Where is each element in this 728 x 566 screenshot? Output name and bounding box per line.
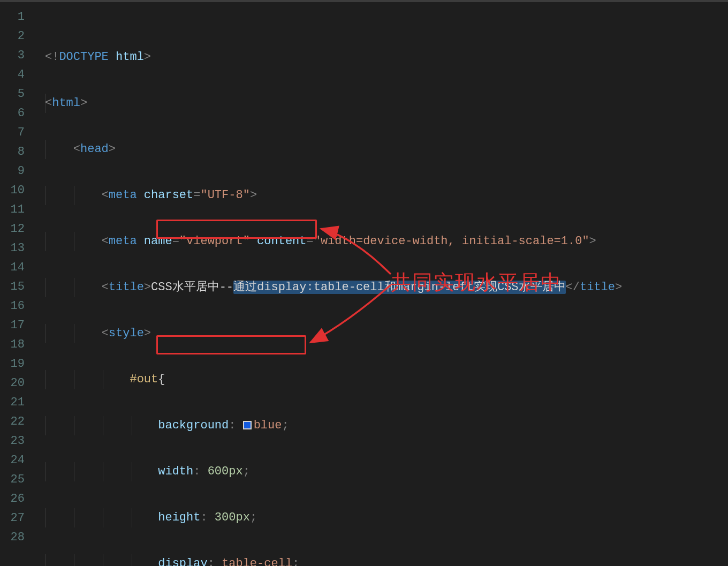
tag-head-open: head [80, 142, 109, 156]
line-number: 21 [0, 393, 32, 412]
line-number: 19 [0, 354, 32, 374]
line-number: 10 [0, 181, 32, 200]
line-number: 25 [0, 470, 32, 489]
code-editor[interactable]: 1234567891011121314151617181920212223242… [0, 0, 728, 566]
line-number: 17 [0, 316, 32, 335]
val-name: "viewport" [179, 235, 250, 248]
line-number: 2 [0, 27, 32, 46]
attr-name: name [144, 235, 172, 248]
line-number: 11 [0, 200, 32, 220]
brace: { [158, 373, 165, 386]
tag-meta2: meta [109, 235, 137, 248]
val-charset: "UTF-8" [200, 188, 249, 202]
tag-html-open: html [52, 96, 80, 110]
line-number: 6 [0, 104, 32, 123]
code-area[interactable]: <!DOCTYPE html> <html> <head> <meta char… [32, 2, 728, 566]
tag-style: style [109, 327, 144, 340]
line-number: 22 [0, 412, 32, 432]
line-number: 14 [0, 258, 32, 277]
line-number: 28 [0, 528, 32, 547]
line-number: 18 [0, 335, 32, 354]
line-number: 1 [0, 7, 32, 27]
title-text-highlight: 通过display:table-cell和margin-left实现CSS水平居… [233, 281, 565, 294]
prop-out-disp: display [158, 557, 207, 566]
val-out-h: 300px [215, 511, 250, 524]
attr-content: content [257, 235, 306, 248]
line-number: 3 [0, 46, 32, 65]
prop-out-w: width [158, 465, 193, 478]
line-number: 13 [0, 239, 32, 258]
attr-charset: charset [144, 188, 193, 202]
line-number: 8 [0, 142, 32, 162]
selector-out: #out [130, 373, 158, 386]
title-text-plain: CSS水平居中-- [151, 281, 233, 294]
line-number: 24 [0, 451, 32, 470]
tag-meta: meta [109, 188, 137, 202]
line-number: 15 [0, 277, 32, 297]
prop-out-bg: background [158, 419, 229, 432]
val-out-w: 600px [208, 465, 243, 478]
line-number: 16 [0, 297, 32, 316]
val-out-bg: blue [254, 419, 282, 432]
line-number: 12 [0, 220, 32, 239]
val-content: "width=device-width, initial-scale=1.0" [314, 235, 589, 248]
line-number: 26 [0, 489, 32, 509]
line-number: 23 [0, 432, 32, 451]
line-number: 9 [0, 162, 32, 181]
tag-title: title [109, 281, 144, 294]
line-number: 27 [0, 509, 32, 528]
line-number: 20 [0, 374, 32, 393]
line-number-gutter: 1234567891011121314151617181920212223242… [0, 2, 32, 566]
line-number: 5 [0, 85, 32, 104]
val-out-disp: table-cell [222, 557, 292, 566]
line-number: 7 [0, 123, 32, 142]
line-number: 4 [0, 65, 32, 85]
color-chip-blue [243, 421, 252, 429]
prop-out-h: height [158, 511, 200, 524]
tag-title-close: title [580, 281, 615, 294]
